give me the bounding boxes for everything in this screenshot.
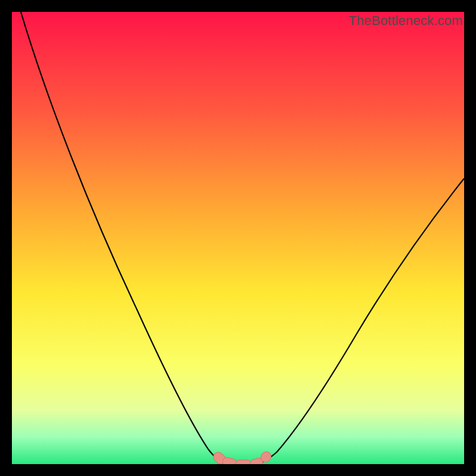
chart-frame: TheBottleneck.com [0,0,476,476]
right-curve [261,178,464,463]
watermark-text: TheBottleneck.com [349,13,463,29]
flat-min-markers [211,450,273,464]
curves-layer [12,12,464,464]
left-curve [21,12,225,463]
svg-rect-3 [236,460,251,464]
plot-area [12,12,464,464]
